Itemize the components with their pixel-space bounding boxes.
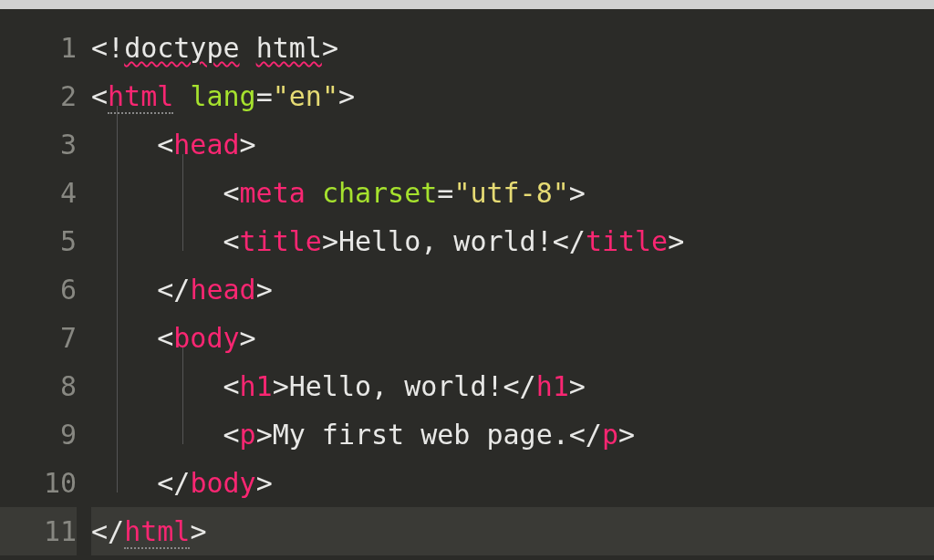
bracket: </: [157, 274, 190, 306]
tag-body: body: [190, 467, 255, 499]
bracket: <: [223, 419, 240, 451]
bracket: >: [338, 80, 355, 112]
tag-title: title: [586, 225, 668, 257]
tag-head: head: [173, 129, 239, 161]
bracket: </: [157, 467, 190, 499]
code-line[interactable]: </body>: [91, 459, 934, 507]
window-titlebar: [0, 0, 934, 9]
equals: =: [437, 177, 453, 209]
bracket: <: [157, 322, 173, 354]
tag-meta: meta: [240, 177, 306, 209]
line-number[interactable]: 7: [0, 314, 77, 362]
bracket: >: [190, 515, 206, 547]
code-line[interactable]: <meta charset="utf-8">: [91, 169, 934, 217]
bracket: >: [256, 419, 273, 451]
bracket: >: [569, 370, 586, 402]
h1-text: Hello, world!: [289, 370, 503, 402]
code-line[interactable]: </head>: [91, 265, 934, 314]
tag-head: head: [190, 274, 255, 306]
bracket: >: [256, 274, 273, 306]
tag-body: body: [173, 322, 239, 354]
code-line[interactable]: <title>Hello, world!</title>: [91, 217, 934, 265]
code-line[interactable]: </html>: [91, 507, 934, 555]
bracket: >: [240, 129, 256, 161]
bracket: </: [91, 515, 124, 547]
code-line[interactable]: <html lang="en">: [91, 72, 934, 120]
bracket: <: [157, 129, 173, 161]
bracket: >: [240, 322, 256, 354]
line-number[interactable]: 3: [0, 120, 77, 169]
space: [306, 177, 322, 209]
line-number[interactable]: 6: [0, 265, 77, 314]
bracket: >: [256, 467, 273, 499]
bracket: <: [91, 80, 108, 112]
bracket: </: [503, 370, 536, 402]
tag-p: p: [240, 419, 256, 451]
title-text: Hello, world!: [338, 225, 553, 257]
line-number[interactable]: 2: [0, 72, 77, 120]
tag-html: html: [124, 515, 190, 549]
bracket: >: [569, 177, 586, 209]
code-editor: 1 2 3 4 5 6 7 8 9 10 11 <!doctype html> …: [0, 9, 934, 560]
tag-h1: h1: [240, 370, 273, 402]
line-number[interactable]: 10: [0, 459, 77, 507]
line-number[interactable]: 5: [0, 217, 77, 265]
indent-guide: [182, 347, 183, 444]
doctype-keyword: doctype: [124, 32, 239, 64]
doctype-html: html: [256, 32, 322, 64]
indent-guide: [117, 106, 118, 493]
tag-p: p: [602, 419, 618, 451]
code-line[interactable]: <head>: [91, 120, 934, 169]
line-gutter: 1 2 3 4 5 6 7 8 9 10 11: [0, 9, 91, 560]
bracket: <: [223, 177, 240, 209]
attr-charset: charset: [322, 177, 437, 209]
quote: ": [273, 80, 289, 112]
equals: =: [256, 80, 273, 112]
bracket: >: [322, 225, 338, 257]
code-line[interactable]: <body>: [91, 314, 934, 362]
bracket: <!: [91, 32, 124, 64]
space: [173, 80, 190, 112]
tag-h1: h1: [536, 370, 569, 402]
code-area[interactable]: <!doctype html> <html lang="en"> <head> …: [91, 9, 934, 560]
bracket: <: [223, 370, 240, 402]
line-number[interactable]: 9: [0, 410, 77, 459]
line-number[interactable]: 4: [0, 169, 77, 217]
bracket: >: [273, 370, 289, 402]
quote: ": [453, 177, 470, 209]
attr-lang: lang: [190, 80, 255, 112]
code-line[interactable]: <!doctype html>: [91, 24, 934, 72]
bracket: </: [553, 225, 586, 257]
bracket: <: [223, 225, 240, 257]
val-utf8: utf-8: [470, 177, 552, 209]
bracket: >: [618, 419, 635, 451]
val-en: en: [289, 80, 322, 112]
space: [240, 32, 256, 64]
quote: ": [322, 80, 338, 112]
bracket: >: [322, 32, 338, 64]
bracket: </: [569, 419, 602, 451]
quote: ": [553, 177, 569, 209]
indent-guide: [182, 154, 183, 251]
code-line[interactable]: <p>My first web page.</p>: [91, 410, 934, 459]
p-text: My first web page.: [273, 419, 569, 451]
bracket: >: [668, 225, 684, 257]
line-number[interactable]: 8: [0, 362, 77, 410]
line-number[interactable]: 1: [0, 24, 77, 72]
tag-title: title: [240, 225, 322, 257]
code-line[interactable]: <h1>Hello, world!</h1>: [91, 362, 934, 410]
line-number[interactable]: 11: [0, 507, 77, 555]
